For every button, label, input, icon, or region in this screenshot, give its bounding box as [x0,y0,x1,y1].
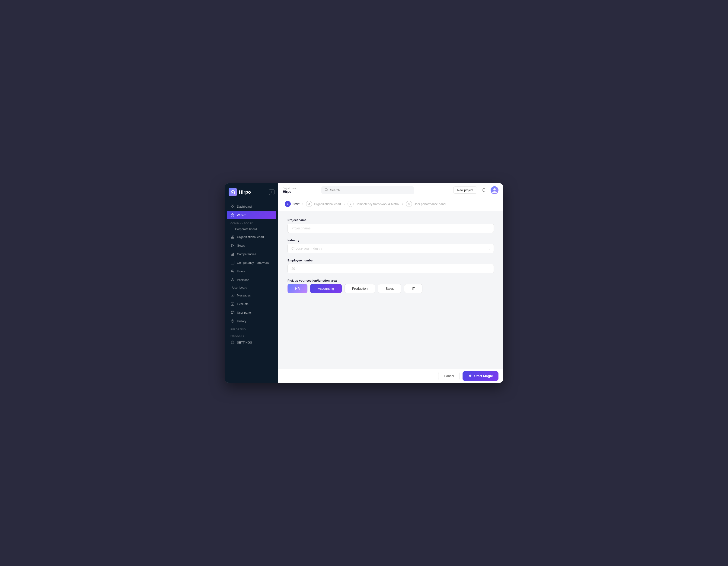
dashboard-icon [230,204,235,208]
employee-number-input[interactable] [287,264,494,273]
svg-point-0 [232,192,233,193]
svg-point-21 [231,270,233,271]
section-button-hr[interactable]: HR [287,284,307,293]
start-magic-button[interactable]: Start Magic [463,371,498,381]
form-area: Project name Industry Choose your indust… [278,211,503,369]
start-magic-label: Start Magic [474,374,493,378]
industry-label: Industry [287,238,494,242]
wizard-step-4[interactable]: 4 User performance panel [406,201,446,207]
sidebar-item-competencies[interactable]: Competencies [227,250,276,258]
sidebar-logo: Hirpo ＋ [225,183,278,200]
sidebar-item-label-org-chart: Organizational chart [237,235,264,239]
sidebar-item-dashboard[interactable]: Dashboard [227,202,276,211]
corporate-board-label: Corporate board [235,227,257,231]
svg-rect-7 [232,237,233,238]
app-window: Hirpo ＋ Dashboard [225,183,503,383]
messages-icon [230,293,235,298]
search-input[interactable] [330,188,411,192]
search-bar[interactable] [321,186,414,194]
step-circle-3: 3 [348,201,354,207]
sidebar-item-org-chart[interactable]: Organizational chart [227,233,276,241]
step-arrow-3: › [402,202,403,206]
sidebar-item-label-positions: Positions [237,278,249,281]
sidebar-item-positions[interactable]: Positions [227,275,276,284]
positions-icon [230,278,235,282]
step-label-4: User performance panel [414,202,446,206]
svg-rect-2 [233,205,234,206]
svg-rect-8 [233,237,234,238]
svg-point-24 [232,279,233,279]
project-name-input[interactable] [287,223,494,233]
add-project-button[interactable]: ＋ [269,189,275,195]
sidebar-item-history[interactable]: History [227,317,276,325]
notification-button[interactable] [480,186,488,194]
svg-point-43 [493,188,496,190]
goals-icon [230,243,235,247]
sidebar-item-label-messages: Messages [237,294,251,297]
competency-framework-icon [230,260,235,265]
wizard-step-2[interactable]: 2 Organizational chart [306,201,341,207]
sidebar-item-label-competency-framework: Competency framework [237,261,269,264]
section-button-accounting[interactable]: Accounting [310,284,342,293]
org-chart-icon [230,235,235,239]
wizard-step-3[interactable]: 3 Competency framework & Matrix [348,201,399,207]
svg-point-39 [232,342,233,343]
sidebar-item-corporate-board[interactable]: Corporate board [225,226,278,232]
sidebar-item-user-panel[interactable]: User panel [227,308,276,317]
sidebar-section-projects: PROJECTS [225,332,278,338]
new-project-button[interactable]: New project [453,186,477,194]
svg-rect-3 [231,207,232,208]
sidebar-item-users[interactable]: Users [227,267,276,275]
step-circle-1: 1 [285,201,291,207]
svg-rect-17 [233,252,234,255]
section-buttons: HR Accounting Production Sales IT [287,284,494,293]
sidebar-item-label-competencies: Competencies [237,252,256,256]
step-arrow-1: › [302,202,303,206]
sidebar-item-label-dashboard: Dashboard [237,205,252,208]
project-selector[interactable]: Project name Hirpo ⌃ [283,187,318,193]
step-label-3: Competency framework & Matrix [355,202,399,206]
step-circle-4: 4 [406,201,412,207]
sidebar-item-settings[interactable]: SETTINGS [227,338,276,347]
svg-rect-25 [231,294,234,296]
sidebar-item-messages[interactable]: Messages [227,291,276,300]
search-icon [325,188,328,192]
section-button-sales[interactable]: Sales [378,284,401,293]
sidebar-item-competency-framework[interactable]: Competency framework [227,258,276,267]
topbar: Project name Hirpo ⌃ New project [278,183,503,197]
avatar[interactable] [491,186,498,194]
competencies-icon [230,252,235,256]
sidebar-item-label-settings: SETTINGS [237,341,252,344]
sidebar-item-wizard[interactable]: Wizard [227,211,276,219]
main-content: Project name Hirpo ⌃ New project [278,183,503,383]
avatar-initials [491,186,498,194]
project-name-row[interactable]: Hirpo ⌃ [283,190,318,193]
evaluate-icon [230,302,235,306]
form-group-sections: Pick up your section/function area HR Ac… [287,279,494,293]
sidebar-item-goals[interactable]: Goals [227,241,276,249]
section-button-it[interactable]: IT [404,284,422,293]
svg-rect-4 [233,207,234,208]
industry-select[interactable]: Choose your industry Technology Finance … [287,244,494,253]
svg-rect-15 [231,254,232,255]
sidebar-section-reporting: REPORTING [225,326,278,332]
wizard-step-1[interactable]: 1 Start [285,201,300,207]
logo-text: Hirpo [239,189,251,195]
employee-number-label: Employee number [287,258,494,262]
cancel-button[interactable]: Cancel [438,372,460,380]
logo-icon [229,188,237,196]
bottom-bar: Cancel Start Magic [278,369,503,383]
user-panel-icon [230,311,235,315]
magic-icon [468,374,472,379]
sidebar-item-evaluate[interactable]: Evaluate [227,300,276,308]
history-icon [230,319,235,323]
form-group-industry: Industry Choose your industry Technology… [287,238,494,253]
svg-rect-33 [231,311,232,312]
sidebar-item-label-goals: Goals [237,244,245,247]
section-button-production[interactable]: Production [345,284,375,293]
sidebar-item-label-wizard: Wizard [237,213,246,217]
section-label: Pick up your section/function area [287,279,494,282]
sidebar-item-user-board[interactable]: User board [225,284,278,291]
wizard-icon [230,213,235,217]
svg-marker-14 [231,244,234,247]
